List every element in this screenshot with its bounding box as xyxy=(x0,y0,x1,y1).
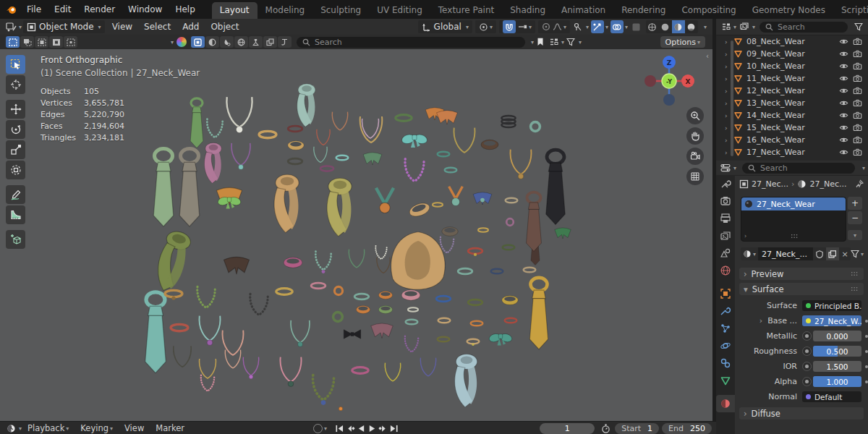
scene-object-ring[interactable] xyxy=(334,286,342,294)
outliner-row-10-neck-wear[interactable]: › 10_Neck_Wear xyxy=(716,60,868,72)
stopwatch-icon[interactable] xyxy=(599,422,612,434)
breadcrumb-object[interactable]: 27_Nec... xyxy=(752,179,788,189)
scene-object-beadneck[interactable] xyxy=(315,252,331,273)
scene-object-neck[interactable] xyxy=(420,358,435,376)
scene-object-neck[interactable] xyxy=(317,129,330,145)
select-mode-intersect-icon[interactable] xyxy=(64,36,77,48)
blender-logo-icon[interactable] xyxy=(6,4,17,14)
tool-scale[interactable] xyxy=(6,140,25,159)
play-button[interactable] xyxy=(367,423,378,433)
properties-tab-render[interactable] xyxy=(716,192,735,210)
normal-value[interactable]: Default xyxy=(802,391,861,402)
disable-render-icon[interactable] xyxy=(853,37,862,46)
timeline-menu-view[interactable]: View xyxy=(119,423,150,433)
grid-ortho-icon[interactable] xyxy=(686,168,704,185)
viewport-menu-view[interactable]: View xyxy=(106,22,138,32)
tab-geometry-nodes[interactable]: Geometry Nodes xyxy=(744,2,833,19)
scene-object-choker[interactable] xyxy=(458,268,472,274)
outliner-row-12-neck-wear[interactable]: › 12_Neck_Wear xyxy=(716,85,868,97)
outliner-filter-id-icon[interactable] xyxy=(738,20,751,33)
properties-search-input[interactable]: Search xyxy=(742,163,855,174)
scene-object-band[interactable] xyxy=(481,140,498,150)
proportional-editing[interactable]: ▾ xyxy=(538,20,570,33)
scene-object-bow[interactable] xyxy=(488,333,513,346)
outliner-filter-icon[interactable] xyxy=(852,20,865,33)
viewport-menu-add[interactable]: Add xyxy=(176,22,205,32)
pin-id-icon[interactable] xyxy=(855,179,864,188)
scene-object-choker[interactable] xyxy=(467,339,480,346)
disable-render-icon[interactable] xyxy=(853,111,862,120)
scene-object-choker[interactable] xyxy=(491,269,503,274)
animate-property-dot[interactable] xyxy=(865,365,868,368)
disable-render-icon[interactable] xyxy=(853,86,862,95)
magnet-icon[interactable] xyxy=(503,20,516,33)
scene-object-choker[interactable] xyxy=(524,268,536,273)
menu-window[interactable]: Window xyxy=(122,4,169,14)
scene-object-band[interactable] xyxy=(401,290,420,300)
scene-object-choker[interactable] xyxy=(311,283,326,289)
scene-object-choker[interactable] xyxy=(468,248,482,256)
metallic-slider[interactable]: 0.000 xyxy=(813,331,861,341)
slot-expand-icon[interactable]: › xyxy=(744,233,746,239)
properties-tab-modifiers[interactable] xyxy=(716,302,735,320)
scene-object-neck[interactable] xyxy=(314,147,327,163)
menu-render[interactable]: Render xyxy=(77,4,122,14)
outliner-row-17-neck-wear[interactable]: › 17_Neck_Wear xyxy=(716,146,868,158)
properties-tab-scene[interactable] xyxy=(716,244,735,262)
timeline-menu-marker[interactable]: Marker xyxy=(150,423,190,433)
editor-type-icon[interactable] xyxy=(4,20,17,33)
grip-handle[interactable] xyxy=(791,234,799,239)
scene-object-medal[interactable] xyxy=(376,188,393,213)
scene-object-neck[interactable] xyxy=(199,316,220,346)
properties-tab-tool[interactable] xyxy=(716,175,735,192)
scene-object-band[interactable] xyxy=(378,306,392,314)
viewport-3d[interactable]: Front Orthographic (1) Scene Collection … xyxy=(0,49,712,421)
scene-object-choker[interactable] xyxy=(276,289,292,295)
properties-editor-icon[interactable] xyxy=(719,161,732,174)
tab-scripting[interactable]: Scripting xyxy=(833,2,868,19)
base--value[interactable]: 27_Neck_W... xyxy=(802,315,861,326)
scene-object-collar[interactable] xyxy=(363,153,382,165)
viewport-menu-select[interactable]: Select xyxy=(138,22,176,32)
material-name-field[interactable]: 27_Neck_... xyxy=(758,247,813,260)
input-socket[interactable] xyxy=(802,331,812,341)
scene-object-neck[interactable] xyxy=(231,143,250,170)
disable-render-icon[interactable] xyxy=(853,98,862,108)
scene-object-scarf[interactable] xyxy=(455,354,477,407)
filter-sphere-icon[interactable] xyxy=(205,36,219,48)
properties-tab-world[interactable] xyxy=(716,262,735,279)
outliner-search-input[interactable]: Search xyxy=(760,22,848,33)
jump-to-end-button[interactable] xyxy=(388,423,399,433)
scene-object-choker[interactable] xyxy=(165,290,182,299)
display-mode-icon[interactable] xyxy=(547,35,560,48)
scene-object-choker[interactable] xyxy=(445,168,457,173)
scene-object-neck[interactable] xyxy=(332,112,347,130)
scene-object-choker[interactable] xyxy=(406,320,418,325)
tab-uv-editing[interactable]: UV Editing xyxy=(369,2,430,19)
hide-viewport-icon[interactable] xyxy=(839,86,848,95)
properties-tab-constraints[interactable] xyxy=(716,354,735,372)
outliner-row-13-neck-wear[interactable]: › 13_Neck_Wear xyxy=(716,97,868,109)
outliner-row-08-neck-wear[interactable]: › 08_Neck_Wear xyxy=(716,35,868,48)
scene-object-choker[interactable] xyxy=(506,198,518,203)
hide-viewport-icon[interactable] xyxy=(839,111,848,120)
outliner-row-14-neck-wear[interactable]: › 14_Neck_Wear xyxy=(716,109,868,122)
pivot-point[interactable]: ▾ xyxy=(475,20,496,33)
bookmark-icon[interactable] xyxy=(534,35,547,48)
tab-texture-paint[interactable]: Texture Paint xyxy=(430,2,502,19)
tool-measure[interactable] xyxy=(6,205,25,224)
scene-object-beadneck[interactable] xyxy=(405,336,418,352)
scene-object-neck[interactable] xyxy=(510,150,531,179)
scene-object-neck[interactable] xyxy=(349,250,364,268)
outliner-row-16-neck-wear[interactable]: › 16_Neck_Wear xyxy=(716,134,868,146)
filter-duplicate-icon[interactable] xyxy=(263,36,277,48)
tool-select-box[interactable] xyxy=(6,55,25,74)
timeline-menu-playback[interactable]: Playback▾ xyxy=(22,423,75,433)
shading-wireframe-icon[interactable] xyxy=(646,20,659,33)
roughness-slider[interactable]: 0.500 xyxy=(813,346,861,357)
disable-render-icon[interactable] xyxy=(853,49,862,59)
scene-object-collar[interactable] xyxy=(473,192,492,205)
properties-tab-view-layer[interactable] xyxy=(716,227,735,244)
scene-object-tie[interactable] xyxy=(529,278,548,349)
timeline-menu-keying[interactable]: Keying▾ xyxy=(75,423,119,433)
